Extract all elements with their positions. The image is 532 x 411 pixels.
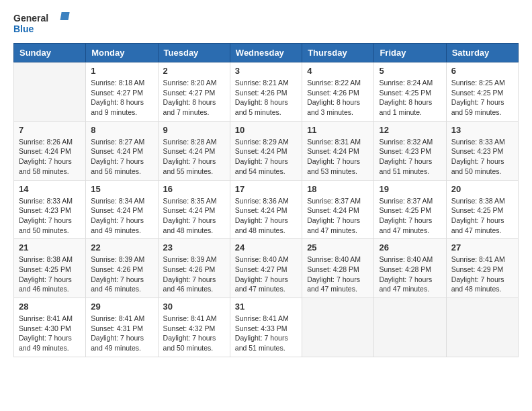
day-number: 10 (235, 125, 297, 135)
day-number: 19 (379, 184, 441, 194)
day-info: Sunrise: 8:39 AM Sunset: 4:26 PM Dayligh… (91, 255, 152, 294)
header: General Blue (13, 11, 519, 36)
svg-marker-1 (60, 12, 70, 20)
day-info: Sunrise: 8:40 AM Sunset: 4:27 PM Dayligh… (235, 255, 297, 294)
week-row-4: 28Sunrise: 8:41 AM Sunset: 4:30 PM Dayli… (14, 298, 519, 357)
calendar-table: SundayMondayTuesdayWednesdayThursdayFrid… (13, 43, 519, 357)
day-number: 29 (91, 302, 152, 312)
calendar-cell: 16Sunrise: 8:35 AM Sunset: 4:24 PM Dayli… (158, 180, 230, 239)
day-number: 24 (235, 242, 297, 253)
day-info: Sunrise: 8:25 AM Sunset: 4:25 PM Dayligh… (451, 78, 513, 118)
day-info: Sunrise: 8:41 AM Sunset: 4:31 PM Dayligh… (91, 314, 152, 353)
day-info: Sunrise: 8:40 AM Sunset: 4:28 PM Dayligh… (307, 255, 369, 294)
day-number: 28 (19, 302, 81, 312)
day-number: 1 (91, 66, 152, 76)
calendar-cell: 14Sunrise: 8:33 AM Sunset: 4:23 PM Dayli… (14, 180, 86, 239)
calendar-cell: 12Sunrise: 8:32 AM Sunset: 4:23 PM Dayli… (374, 121, 446, 180)
calendar-cell: 7Sunrise: 8:26 AM Sunset: 4:24 PM Daylig… (14, 121, 86, 180)
day-number: 5 (379, 66, 441, 76)
week-row-0: 1Sunrise: 8:18 AM Sunset: 4:27 PM Daylig… (14, 62, 519, 122)
calendar-cell (374, 298, 446, 357)
day-number: 15 (91, 184, 152, 194)
calendar-cell: 30Sunrise: 8:41 AM Sunset: 4:32 PM Dayli… (158, 298, 230, 357)
calendar-cell: 4Sunrise: 8:22 AM Sunset: 4:26 PM Daylig… (302, 62, 374, 122)
day-number: 18 (307, 184, 369, 194)
calendar-cell: 11Sunrise: 8:31 AM Sunset: 4:24 PM Dayli… (302, 121, 374, 180)
calendar-cell: 21Sunrise: 8:38 AM Sunset: 4:25 PM Dayli… (14, 239, 86, 298)
logo-svg: General Blue (13, 11, 74, 36)
calendar-cell (446, 298, 518, 357)
week-row-2: 14Sunrise: 8:33 AM Sunset: 4:23 PM Dayli… (14, 180, 519, 239)
day-info: Sunrise: 8:27 AM Sunset: 4:24 PM Dayligh… (91, 137, 152, 177)
day-number: 11 (307, 125, 369, 135)
day-number: 21 (19, 242, 81, 253)
day-number: 7 (19, 125, 81, 135)
day-info: Sunrise: 8:20 AM Sunset: 4:27 PM Dayligh… (163, 78, 225, 118)
calendar-cell: 29Sunrise: 8:41 AM Sunset: 4:31 PM Dayli… (86, 298, 158, 357)
day-info: Sunrise: 8:28 AM Sunset: 4:24 PM Dayligh… (163, 137, 225, 177)
day-info: Sunrise: 8:26 AM Sunset: 4:24 PM Dayligh… (19, 137, 81, 177)
day-info: Sunrise: 8:38 AM Sunset: 4:25 PM Dayligh… (451, 196, 513, 236)
day-number: 23 (163, 242, 225, 253)
calendar-cell (14, 62, 86, 122)
calendar-cell: 23Sunrise: 8:39 AM Sunset: 4:26 PM Dayli… (158, 239, 230, 298)
calendar-cell: 10Sunrise: 8:29 AM Sunset: 4:24 PM Dayli… (230, 121, 302, 180)
calendar-cell: 6Sunrise: 8:25 AM Sunset: 4:25 PM Daylig… (446, 62, 518, 122)
week-row-1: 7Sunrise: 8:26 AM Sunset: 4:24 PM Daylig… (14, 121, 519, 180)
day-info: Sunrise: 8:32 AM Sunset: 4:23 PM Dayligh… (379, 137, 441, 177)
header-day-monday: Monday (86, 44, 158, 62)
calendar-cell: 8Sunrise: 8:27 AM Sunset: 4:24 PM Daylig… (86, 121, 158, 180)
header-day-wednesday: Wednesday (230, 44, 302, 62)
day-info: Sunrise: 8:18 AM Sunset: 4:27 PM Dayligh… (91, 78, 152, 118)
calendar-cell: 5Sunrise: 8:24 AM Sunset: 4:25 PM Daylig… (374, 62, 446, 122)
day-number: 4 (307, 66, 369, 76)
svg-text:General: General (13, 13, 48, 24)
day-number: 25 (307, 242, 369, 253)
calendar-cell: 28Sunrise: 8:41 AM Sunset: 4:30 PM Dayli… (14, 298, 86, 357)
day-number: 3 (235, 66, 297, 76)
day-info: Sunrise: 8:39 AM Sunset: 4:26 PM Dayligh… (163, 255, 225, 294)
day-info: Sunrise: 8:21 AM Sunset: 4:26 PM Dayligh… (235, 78, 297, 118)
header-day-thursday: Thursday (302, 44, 374, 62)
calendar-cell: 24Sunrise: 8:40 AM Sunset: 4:27 PM Dayli… (230, 239, 302, 298)
day-info: Sunrise: 8:34 AM Sunset: 4:24 PM Dayligh… (91, 196, 152, 236)
day-info: Sunrise: 8:41 AM Sunset: 4:29 PM Dayligh… (451, 255, 513, 294)
day-info: Sunrise: 8:41 AM Sunset: 4:32 PM Dayligh… (163, 314, 225, 353)
calendar-cell: 9Sunrise: 8:28 AM Sunset: 4:24 PM Daylig… (158, 121, 230, 180)
calendar-cell: 22Sunrise: 8:39 AM Sunset: 4:26 PM Dayli… (86, 239, 158, 298)
calendar-cell: 31Sunrise: 8:41 AM Sunset: 4:33 PM Dayli… (230, 298, 302, 357)
day-info: Sunrise: 8:31 AM Sunset: 4:24 PM Dayligh… (307, 137, 369, 177)
day-number: 26 (379, 242, 441, 253)
day-number: 31 (235, 302, 297, 312)
day-number: 27 (451, 242, 513, 253)
calendar-cell: 3Sunrise: 8:21 AM Sunset: 4:26 PM Daylig… (230, 62, 302, 122)
day-info: Sunrise: 8:37 AM Sunset: 4:24 PM Dayligh… (307, 196, 369, 236)
day-number: 9 (163, 125, 225, 135)
calendar-cell: 15Sunrise: 8:34 AM Sunset: 4:24 PM Dayli… (86, 180, 158, 239)
calendar-cell: 18Sunrise: 8:37 AM Sunset: 4:24 PM Dayli… (302, 180, 374, 239)
day-info: Sunrise: 8:35 AM Sunset: 4:24 PM Dayligh… (163, 196, 225, 236)
header-row: SundayMondayTuesdayWednesdayThursdayFrid… (14, 44, 519, 62)
header-day-friday: Friday (374, 44, 446, 62)
day-info: Sunrise: 8:29 AM Sunset: 4:24 PM Dayligh… (235, 137, 297, 177)
day-number: 8 (91, 125, 152, 135)
calendar-cell: 27Sunrise: 8:41 AM Sunset: 4:29 PM Dayli… (446, 239, 518, 298)
day-info: Sunrise: 8:41 AM Sunset: 4:30 PM Dayligh… (19, 314, 81, 353)
day-number: 12 (379, 125, 441, 135)
day-number: 22 (91, 242, 152, 253)
day-info: Sunrise: 8:40 AM Sunset: 4:28 PM Dayligh… (379, 255, 441, 294)
svg-text:Blue: Blue (13, 24, 34, 34)
day-info: Sunrise: 8:33 AM Sunset: 4:23 PM Dayligh… (19, 196, 81, 236)
day-number: 17 (235, 184, 297, 194)
day-info: Sunrise: 8:24 AM Sunset: 4:25 PM Dayligh… (379, 78, 441, 118)
week-row-3: 21Sunrise: 8:38 AM Sunset: 4:25 PM Dayli… (14, 239, 519, 298)
calendar-cell: 1Sunrise: 8:18 AM Sunset: 4:27 PM Daylig… (86, 62, 158, 122)
calendar-cell: 17Sunrise: 8:36 AM Sunset: 4:24 PM Dayli… (230, 180, 302, 239)
day-info: Sunrise: 8:37 AM Sunset: 4:25 PM Dayligh… (379, 196, 441, 236)
calendar-cell: 20Sunrise: 8:38 AM Sunset: 4:25 PM Dayli… (446, 180, 518, 239)
day-number: 13 (451, 125, 513, 135)
header-day-saturday: Saturday (446, 44, 518, 62)
calendar-cell: 19Sunrise: 8:37 AM Sunset: 4:25 PM Dayli… (374, 180, 446, 239)
calendar-cell (302, 298, 374, 357)
day-info: Sunrise: 8:33 AM Sunset: 4:23 PM Dayligh… (451, 137, 513, 177)
